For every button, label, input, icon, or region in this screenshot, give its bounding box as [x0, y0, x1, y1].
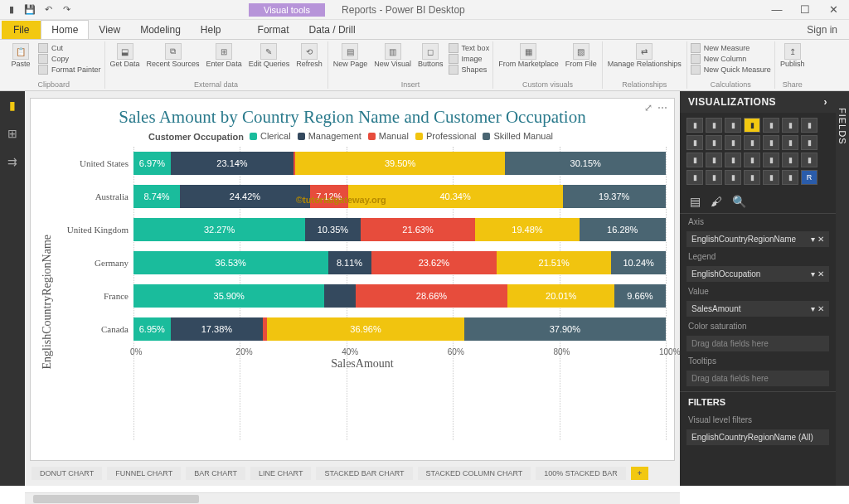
viz-type-icon[interactable]: ▮ — [782, 153, 798, 167]
from-file-button[interactable]: ▧From File — [564, 41, 599, 70]
add-page-button[interactable]: + — [631, 467, 648, 480]
tab-file[interactable]: File — [2, 21, 41, 39]
bar-segment[interactable]: 6.95% — [133, 317, 171, 341]
bar-segment[interactable]: 6.97% — [133, 152, 171, 175]
sign-in-link[interactable]: Sign in — [795, 21, 849, 39]
shapes-button[interactable]: Shapes — [449, 65, 488, 75]
viz-type-icon[interactable]: ▮ — [725, 170, 741, 185]
page-tab[interactable]: 100% STACKED BAR — [536, 467, 625, 480]
minimize-button[interactable]: — — [764, 2, 789, 18]
filter-item[interactable]: EnglishCountryRegionName (All) — [686, 429, 829, 445]
bar-segment[interactable]: 36.96% — [267, 317, 463, 341]
redo-icon[interactable]: ↷ — [58, 2, 75, 18]
bar-segment[interactable]: 30.15% — [505, 152, 666, 175]
page-tab[interactable]: STACKED BAR CHART — [316, 467, 412, 480]
tab-format[interactable]: Format — [248, 21, 299, 39]
page-tab[interactable]: LINE CHART — [250, 467, 311, 480]
viz-type-icon[interactable]: ▮ — [725, 153, 741, 167]
tab-view[interactable]: View — [89, 21, 130, 39]
viz-type-icon[interactable]: ▮ — [744, 118, 760, 133]
viz-pane-header[interactable]: VISUALIZATIONS› — [680, 91, 836, 113]
bar-segment[interactable]: 20.01% — [507, 284, 614, 308]
bar-segment[interactable]: 17.38% — [171, 317, 264, 341]
viz-type-icon[interactable]: ▮ — [686, 170, 703, 185]
report-view-icon[interactable]: ▮ — [0, 91, 25, 119]
tooltips-field-well[interactable]: Drag data fields here — [686, 371, 829, 386]
viz-type-icon[interactable]: ▮ — [763, 170, 779, 185]
close-button[interactable]: ✕ — [821, 2, 846, 18]
viz-type-icon[interactable]: ▮ — [763, 153, 779, 167]
viz-type-icon[interactable]: ▮ — [725, 118, 741, 133]
fields-pane-collapsed[interactable]: FIELDS — [836, 91, 849, 486]
legend-item[interactable]: Management — [298, 131, 361, 141]
viz-type-icon[interactable]: R — [801, 170, 817, 185]
bar-segment[interactable]: 19.48% — [475, 218, 579, 241]
value-field-well[interactable]: SalesAmount▾ ✕ — [686, 301, 829, 317]
viz-type-icon[interactable]: ▮ — [686, 118, 703, 133]
bar-segment[interactable]: 35.90% — [133, 284, 324, 308]
format-tab-icon[interactable]: 🖌 — [711, 195, 722, 208]
page-tab[interactable]: BAR CHART — [186, 467, 245, 480]
tab-modeling[interactable]: Modeling — [130, 21, 191, 39]
save-icon[interactable]: 💾 — [22, 2, 38, 18]
buttons-button[interactable]: ◻Buttons — [416, 41, 445, 70]
viz-type-icon[interactable]: ▮ — [801, 153, 817, 167]
bar-segment[interactable]: 10.24% — [611, 251, 666, 274]
new-visual-button[interactable]: ▥New Visual — [372, 41, 413, 70]
legend-item[interactable]: Manual — [368, 131, 409, 141]
image-button[interactable]: Image — [449, 54, 483, 64]
maximize-button[interactable]: ☐ — [793, 2, 817, 18]
copy-button[interactable]: Copy — [38, 54, 69, 64]
colorsat-field-well[interactable]: Drag data fields here — [686, 336, 829, 351]
new-measure-button[interactable]: New Measure — [691, 43, 750, 53]
model-view-icon[interactable]: ⇉ — [0, 148, 25, 176]
enter-data-button[interactable]: ⊞Enter Data — [205, 41, 244, 70]
bar-segment[interactable]: 23.14% — [171, 152, 294, 175]
tab-data-drill[interactable]: Data / Drill — [299, 21, 366, 39]
bar-segment[interactable]: 21.63% — [361, 218, 476, 241]
quick-measure-button[interactable]: New Quick Measure — [691, 65, 771, 75]
page-tab[interactable]: DONUT CHART — [32, 467, 102, 480]
manage-rel-button[interactable]: ⇄Manage Relationships — [606, 41, 683, 70]
bar-segment[interactable]: 36.53% — [133, 251, 328, 274]
marketplace-button[interactable]: ▦From Marketplace — [497, 41, 560, 70]
viz-type-icon[interactable]: ▮ — [801, 135, 817, 150]
textbox-button[interactable]: Text box — [449, 43, 490, 53]
viz-type-icon[interactable]: ▮ — [686, 153, 703, 167]
undo-icon[interactable]: ↶ — [40, 2, 56, 18]
bar-segment[interactable]: 21.51% — [497, 251, 611, 274]
bar-segment[interactable]: 24.42% — [180, 185, 310, 208]
bar-segment[interactable]: 19.37% — [563, 185, 666, 208]
bar-segment[interactable]: 8.74% — [133, 185, 180, 208]
get-data-button[interactable]: ⬓Get Data — [109, 41, 142, 70]
viz-type-icon[interactable]: ▮ — [744, 135, 760, 150]
edit-queries-button[interactable]: ✎Edit Queries — [247, 41, 292, 70]
paste-button[interactable]: 📋Paste — [7, 41, 35, 70]
bar-segment[interactable]: 16.28% — [580, 218, 667, 241]
horizontal-scrollbar[interactable] — [25, 492, 680, 504]
legend-item[interactable]: Professional — [415, 131, 477, 141]
more-options-icon[interactable]: ⋯ — [657, 102, 667, 114]
viz-type-icon[interactable]: ▮ — [782, 170, 798, 185]
cut-button[interactable]: Cut — [38, 43, 63, 53]
recent-sources-button[interactable]: ⧉Recent Sources — [145, 41, 201, 70]
data-view-icon[interactable]: ⊞ — [0, 119, 25, 148]
viz-type-icon[interactable]: ▮ — [706, 170, 722, 185]
page-tab[interactable]: FUNNEL CHART — [107, 467, 181, 480]
bar-segment[interactable]: 9.66% — [614, 284, 666, 308]
bar-segment[interactable]: 28.66% — [356, 284, 508, 308]
viz-type-icon[interactable]: ▮ — [686, 135, 703, 150]
viz-type-icon[interactable]: ▮ — [744, 170, 760, 185]
bar-segment[interactable]: 37.90% — [464, 317, 666, 341]
viz-type-icon[interactable]: ▮ — [782, 135, 798, 150]
viz-type-icon[interactable]: ▮ — [706, 118, 722, 133]
new-page-button[interactable]: ▤New Page — [332, 41, 370, 70]
publish-button[interactable]: ↥Publish — [779, 41, 807, 70]
scrollbar-thumb[interactable] — [33, 495, 199, 503]
legend-field-well[interactable]: EnglishOccupation▾ ✕ — [686, 266, 829, 282]
viz-type-icon[interactable]: ▮ — [782, 118, 798, 133]
viz-type-icon[interactable]: ▮ — [706, 153, 722, 167]
bar-segment[interactable]: 39.50% — [295, 152, 506, 175]
bar-segment[interactable]: 32.27% — [133, 218, 305, 241]
tab-home[interactable]: Home — [41, 20, 89, 39]
